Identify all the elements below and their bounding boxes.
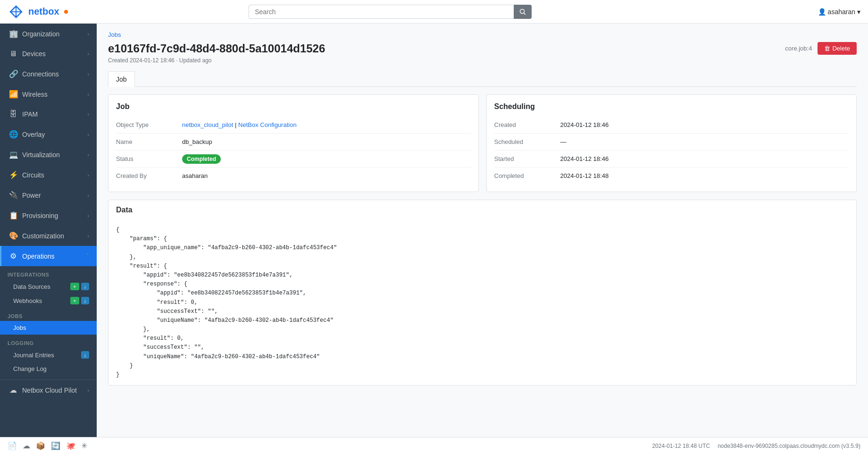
field-value-status: Completed bbox=[182, 155, 471, 162]
data-card-title: Data bbox=[108, 200, 856, 220]
virtualization-icon: 💻 bbox=[9, 150, 17, 159]
sidebar-label-wireless: Wireless bbox=[22, 91, 48, 98]
topbar: netbox 👤 asaharan ▾ bbox=[0, 0, 868, 24]
journal-entries-actions: ↓ bbox=[81, 351, 90, 359]
sidebar-label-netbox-cloud-pilot: Netbox Cloud Pilot bbox=[22, 387, 77, 394]
main-content: Jobs e10167fd-7c9d-48d4-880d-5a10014d152… bbox=[97, 24, 868, 437]
footer-icon-5[interactable]: 🐙 bbox=[66, 441, 75, 450]
journal-entries-label: Journal Entries bbox=[13, 352, 54, 359]
organization-icon: 🏢 bbox=[9, 29, 17, 38]
svg-line-4 bbox=[524, 13, 526, 15]
chevron-down-icon: ˅ bbox=[86, 253, 89, 259]
svg-point-3 bbox=[520, 9, 525, 13]
chevron-right-icon: › bbox=[87, 111, 89, 117]
scheduling-card-title: Scheduling bbox=[494, 102, 849, 111]
sidebar-item-operations[interactable]: ⚙ Operations ˅ bbox=[0, 246, 97, 266]
change-log-label: Change Log bbox=[13, 365, 47, 372]
sidebar-item-virtualization[interactable]: 💻 Virtualization › bbox=[0, 144, 97, 165]
sched-value-completed: 2024-01-12 18:48 bbox=[560, 172, 849, 179]
footer-icon-3[interactable]: 📦 bbox=[36, 441, 45, 450]
sidebar-item-journal-entries[interactable]: Journal Entries ↓ bbox=[0, 348, 97, 362]
sidebar-item-data-sources[interactable]: Data Sources + ↓ bbox=[0, 279, 97, 294]
sidebar-label-provisioning: Provisioning bbox=[22, 212, 58, 219]
footer-icons: 📄 ☁ 📦 🔄 🐙 ✳ bbox=[8, 441, 87, 450]
sidebar-item-devices[interactable]: 🖥 Devices › bbox=[0, 44, 97, 64]
username: asaharan bbox=[828, 8, 855, 16]
section-integrations: INTEGRATIONS bbox=[0, 268, 97, 279]
journal-entries-export-button[interactable]: ↓ bbox=[81, 351, 90, 359]
page-meta: Created 2024-01-12 18:46 · Updated ago bbox=[108, 57, 857, 64]
sched-label-completed: Completed bbox=[494, 172, 560, 179]
delete-label: Delete bbox=[832, 45, 850, 52]
chevron-right-icon: › bbox=[87, 31, 89, 37]
sidebar-item-circuits[interactable]: ⚡ Circuits › bbox=[0, 165, 97, 185]
chevron-right-icon: › bbox=[87, 51, 89, 57]
tab-job[interactable]: Job bbox=[108, 71, 135, 87]
circuits-icon: ⚡ bbox=[9, 170, 17, 179]
sched-field-started: Started 2024-01-12 18:46 bbox=[494, 151, 849, 168]
sidebar-label-virtualization: Virtualization bbox=[22, 151, 60, 159]
sched-label-scheduled: Scheduled bbox=[494, 138, 560, 145]
sidebar-item-provisioning[interactable]: 📋 Provisioning › bbox=[0, 205, 97, 226]
provisioning-icon: 📋 bbox=[9, 211, 17, 220]
cloud-pilot-icon: ☁ bbox=[9, 386, 17, 395]
webhooks-export-button[interactable]: ↓ bbox=[81, 297, 90, 304]
header-right: core.job:4 🗑 Delete bbox=[785, 42, 857, 55]
section-jobs: JOBS bbox=[0, 310, 97, 321]
sidebar-item-connections[interactable]: 🔗 Connections › bbox=[0, 64, 97, 84]
footer-timestamp: 2024-01-12 18:48 UTC bbox=[652, 443, 710, 449]
footer-right: 2024-01-12 18:48 UTC node3848-env-969028… bbox=[652, 443, 860, 449]
page-title: e10167fd-7c9d-48d4-880d-5a10014d1526 bbox=[108, 42, 325, 55]
delete-button[interactable]: 🗑 Delete bbox=[818, 42, 857, 55]
sidebar-item-customization[interactable]: 🎨 Customization › bbox=[0, 226, 97, 246]
sidebar-item-overlay[interactable]: 🌐 Overlay › bbox=[0, 124, 97, 144]
sidebar-item-change-log[interactable]: Change Log bbox=[0, 362, 97, 376]
field-label-created-by: Created By bbox=[116, 172, 182, 179]
footer-icon-2[interactable]: ☁ bbox=[23, 441, 30, 450]
data-sources-export-button[interactable]: ↓ bbox=[81, 283, 90, 290]
status-badge: Completed bbox=[182, 154, 221, 164]
footer-icon-1[interactable]: 📄 bbox=[8, 441, 17, 450]
sidebar-label-connections: Connections bbox=[22, 70, 59, 78]
sidebar-item-power[interactable]: 🔌 Power › bbox=[0, 185, 97, 205]
user-icon: 👤 bbox=[818, 8, 826, 16]
logo-text: netbox bbox=[28, 6, 59, 17]
field-object-type: Object Type netbox_cloud_pilot | NetBox … bbox=[116, 117, 471, 134]
footer-icon-4[interactable]: 🔄 bbox=[51, 441, 60, 450]
chevron-right-icon: › bbox=[87, 193, 89, 198]
object-type-link1[interactable]: netbox_cloud_pilot bbox=[182, 121, 233, 128]
sidebar-item-webhooks[interactable]: Webhooks + ↓ bbox=[0, 294, 97, 308]
logo-area: netbox bbox=[8, 3, 102, 20]
footer-icon-6[interactable]: ✳ bbox=[81, 441, 87, 450]
field-label-object-type: Object Type bbox=[116, 121, 182, 128]
breadcrumb-jobs-link[interactable]: Jobs bbox=[108, 31, 121, 38]
field-name: Name db_backup bbox=[116, 134, 471, 151]
sidebar-label-organization: Organization bbox=[22, 30, 59, 38]
webhooks-add-button[interactable]: + bbox=[70, 297, 79, 304]
trash-icon: 🗑 bbox=[824, 45, 830, 52]
user-menu[interactable]: 👤 asaharan ▾ bbox=[818, 8, 860, 16]
webhooks-actions: + ↓ bbox=[70, 297, 89, 304]
chevron-right-icon: › bbox=[87, 387, 89, 393]
customization-icon: 🎨 bbox=[9, 231, 17, 240]
sidebar-item-organization[interactable]: 🏢 Organization › bbox=[0, 24, 97, 44]
job-id: core.job:4 bbox=[785, 45, 812, 52]
power-icon: 🔌 bbox=[9, 191, 17, 200]
sidebar-item-ipam[interactable]: 🗄 IPAM › bbox=[0, 104, 97, 124]
data-sources-add-button[interactable]: + bbox=[70, 283, 79, 290]
sidebar-item-jobs[interactable]: Jobs bbox=[0, 321, 97, 335]
sidebar-label-overlay: Overlay bbox=[22, 131, 45, 138]
section-logging: LOGGING bbox=[0, 336, 97, 348]
sched-value-scheduled: — bbox=[560, 138, 849, 145]
object-type-link2[interactable]: NetBox Configuration bbox=[238, 121, 297, 128]
chevron-right-icon: › bbox=[87, 71, 89, 77]
search-input[interactable] bbox=[249, 5, 514, 19]
sidebar-item-netbox-cloud-pilot[interactable]: ☁ Netbox Cloud Pilot › bbox=[0, 379, 97, 400]
chevron-right-icon: › bbox=[87, 132, 89, 137]
sidebar-item-wireless[interactable]: 📶 Wireless › bbox=[0, 84, 97, 104]
tabs: Job bbox=[108, 71, 857, 87]
sidebar: 🏢 Organization › 🖥 Devices › 🔗 Connectio… bbox=[0, 24, 97, 437]
connections-icon: 🔗 bbox=[9, 69, 17, 78]
sidebar-label-circuits: Circuits bbox=[22, 171, 44, 179]
search-button[interactable] bbox=[514, 5, 532, 19]
